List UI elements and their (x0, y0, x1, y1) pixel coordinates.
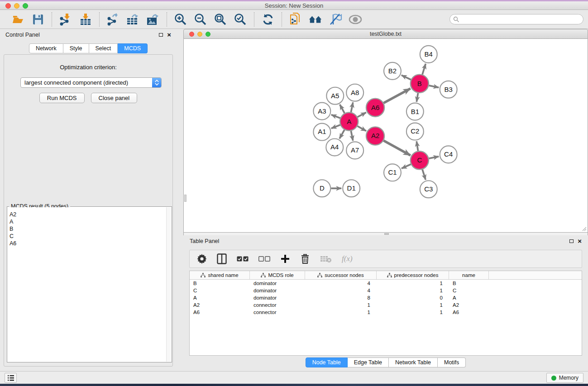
column-header-shared-name[interactable]: shared name (190, 271, 250, 279)
node-B1[interactable]: B1 (406, 103, 424, 120)
table-row[interactable]: Cdominator41C (190, 287, 582, 294)
node-A8[interactable]: A8 (346, 84, 363, 101)
search-input[interactable] (459, 16, 573, 23)
zoom-fit-icon[interactable] (213, 13, 228, 26)
edge-A-A1[interactable] (331, 125, 340, 129)
mcds-result-list[interactable]: A2ABCA6 (8, 207, 166, 362)
tab-network[interactable]: Network (29, 43, 63, 53)
edge-C-C4[interactable] (429, 157, 439, 158)
delete-columns-icon[interactable] (300, 253, 310, 265)
refresh-icon[interactable] (261, 13, 275, 26)
node-A1[interactable]: A1 (313, 124, 330, 141)
table-row[interactable]: A6connector11A6 (190, 309, 582, 316)
show-columns-icon[interactable] (217, 253, 227, 265)
edge-C-C1[interactable] (402, 164, 411, 168)
node-B[interactable]: B (411, 75, 429, 93)
network-close-button[interactable] (189, 32, 194, 37)
network-canvas[interactable]: B4B2BB3B1A5A8A6A3AA1A2C2A4A7CC4C1C3DD1 (183, 39, 588, 233)
node-A[interactable]: A (340, 113, 358, 131)
table-row[interactable]: A2connector11A2 (190, 301, 582, 309)
save-session-icon[interactable] (31, 13, 45, 26)
apply-function-icon[interactable]: f(x) (342, 254, 353, 263)
node-B3[interactable]: B3 (440, 81, 457, 98)
result-item[interactable]: A (10, 218, 166, 225)
result-item[interactable]: C (10, 233, 166, 240)
network-zoom-button[interactable] (206, 32, 210, 37)
zoom-out-icon[interactable] (193, 13, 208, 26)
delete-table-icon[interactable] (320, 253, 332, 265)
node-B4[interactable]: B4 (420, 46, 437, 63)
select-all-checks-icon[interactable] (237, 253, 249, 265)
tab-edge-table[interactable]: Edge Table (348, 357, 389, 367)
resize-grip-icon[interactable] (581, 226, 587, 231)
export-image-icon[interactable] (146, 13, 160, 26)
node-C4[interactable]: C4 (440, 146, 457, 163)
node-D[interactable]: D (313, 180, 330, 197)
run-mcds-button[interactable]: Run MCDS (39, 93, 85, 103)
edge-A-A3[interactable] (331, 114, 340, 118)
node-A6[interactable]: A6 (366, 99, 384, 117)
zoom-window-button[interactable] (23, 3, 28, 9)
edge-A-A4[interactable] (339, 130, 344, 138)
tab-network-table[interactable]: Network Table (389, 357, 438, 367)
edge-B-B4[interactable] (422, 64, 425, 75)
memory-button[interactable]: Memory (546, 373, 583, 383)
export-table-icon[interactable] (126, 13, 140, 26)
edge-A-A5[interactable] (340, 105, 344, 113)
edge-C-C2[interactable] (416, 141, 418, 151)
deselect-all-checks-icon[interactable] (258, 253, 270, 265)
result-item[interactable]: B (10, 225, 166, 233)
network-graph[interactable]: B4B2BB3B1A5A8A6A3AA1A2C2A4A7CC4C1C3DD1 (184, 39, 588, 232)
node-D1[interactable]: D1 (343, 180, 360, 197)
edge-A6-B[interactable] (383, 89, 410, 103)
node-C3[interactable]: C3 (420, 181, 437, 198)
show-graphics-details-icon[interactable] (348, 13, 363, 26)
tab-motifs[interactable]: Motifs (438, 357, 466, 367)
node-A5[interactable]: A5 (326, 87, 344, 105)
canvas-vertical-scrollbar[interactable] (184, 195, 186, 202)
edge-A2-C[interactable] (383, 141, 410, 156)
close-panel-button[interactable]: Close panel (91, 93, 138, 103)
first-neighbors-icon[interactable] (308, 13, 323, 26)
minimize-window-button[interactable] (14, 3, 19, 9)
export-network-icon[interactable] (106, 13, 120, 26)
tab-node-table[interactable]: Node Table (306, 357, 348, 367)
edge-B-B3[interactable] (429, 86, 439, 87)
network-window-titlebar[interactable]: testGlobe.txt (183, 29, 588, 39)
table-row[interactable]: Adominator80A (190, 294, 582, 301)
network-minimize-button[interactable] (197, 32, 202, 37)
float-panel-icon[interactable] (159, 33, 163, 37)
edge-C-C3[interactable] (422, 169, 425, 180)
result-item[interactable]: A6 (10, 240, 166, 247)
table-row[interactable]: Bdominator41B (190, 280, 582, 287)
import-network-icon[interactable] (58, 13, 73, 26)
node-A2[interactable]: A2 (366, 127, 384, 145)
result-item[interactable]: A2 (10, 211, 166, 218)
edge-A-A8[interactable] (351, 102, 353, 112)
edge-B-B1[interactable] (416, 93, 418, 102)
table-options-gear-icon[interactable] (197, 253, 207, 265)
criterion-dropdown[interactable]: largest connected component (directed) (20, 77, 162, 88)
close-window-button[interactable] (5, 3, 11, 9)
open-file-icon[interactable] (11, 13, 25, 26)
close-panel-icon[interactable]: × (167, 32, 171, 38)
table-float-icon[interactable] (569, 239, 574, 243)
edge-A-A6[interactable] (358, 112, 366, 117)
node-C2[interactable]: C2 (406, 123, 424, 140)
zoom-selected-icon[interactable] (233, 13, 248, 26)
search-field[interactable] (449, 14, 583, 24)
import-table-icon[interactable] (78, 13, 93, 26)
node-A4[interactable]: A4 (326, 138, 343, 156)
edge-A-A2[interactable] (358, 126, 366, 131)
task-history-button[interactable] (5, 373, 17, 383)
hide-selected-icon[interactable] (328, 13, 343, 26)
result-scrollbar[interactable] (166, 207, 171, 362)
node-B2[interactable]: B2 (384, 62, 401, 80)
edge-A-A7[interactable] (351, 131, 353, 141)
node-table[interactable]: shared nameMCDS rolesuccessor nodesprede… (189, 271, 582, 356)
add-column-icon[interactable] (280, 253, 290, 265)
table-close-icon[interactable]: × (578, 238, 582, 244)
copy-network-icon[interactable] (288, 13, 303, 26)
column-header-predecessor-nodes[interactable]: predecessor nodes (377, 271, 449, 279)
divider-handle[interactable] (384, 233, 389, 235)
